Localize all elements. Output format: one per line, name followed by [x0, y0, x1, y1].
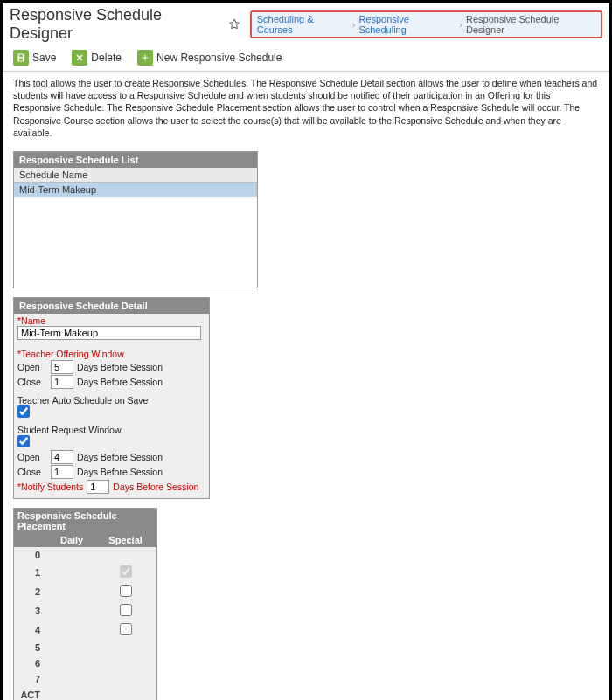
toolbar: Save Delete New Responsive Schedule — [3, 45, 609, 72]
placement-period-label: 6 — [14, 655, 49, 671]
placement-period-label: 0 — [14, 547, 49, 563]
placement-special-cell — [94, 547, 156, 563]
placement-special-cell — [94, 687, 156, 700]
placement-special-cell — [94, 582, 156, 601]
new-button[interactable]: New Responsive Schedule — [137, 50, 282, 66]
placement-special-cell — [94, 671, 156, 687]
close-label: Close — [17, 377, 47, 387]
schedule-list-header: Responsive Schedule List — [14, 152, 257, 168]
name-input[interactable] — [17, 326, 201, 340]
page-title: Responsive Schedule Designer — [10, 6, 222, 43]
schedule-list-panel: Responsive Schedule List Schedule Name M… — [13, 151, 258, 288]
placement-header: Responsive Schedule Placement — [14, 509, 156, 533]
student-open-input[interactable] — [51, 450, 73, 464]
placement-special-checkbox — [120, 565, 132, 578]
teacher-open-input[interactable] — [51, 360, 73, 374]
placement-col-special: Special — [94, 533, 156, 547]
placement-daily-cell — [49, 620, 94, 640]
placement-daily-cell — [49, 655, 94, 671]
placement-period-label: ACT — [14, 687, 49, 700]
schedule-detail-panel: Responsive Schedule Detail *Name *Teache… — [13, 297, 210, 499]
delete-icon — [72, 50, 87, 66]
chevron-right-icon: › — [352, 19, 356, 30]
breadcrumb-current: Responsive Schedule Designer — [466, 14, 595, 35]
teacher-auto-label: Teacher Auto Schedule on Save — [17, 395, 205, 405]
open-label: Open — [17, 452, 47, 462]
placement-period-label: 3 — [14, 601, 49, 620]
description-text: This tool allows the user to create Resp… — [3, 72, 609, 148]
placement-col-daily: Daily — [49, 533, 94, 547]
placement-special-cell — [94, 601, 156, 620]
placement-daily-cell — [49, 687, 94, 700]
placement-special-checkbox[interactable] — [120, 623, 132, 635]
placement-daily-cell — [49, 582, 94, 601]
notify-label: *Notify Students — [17, 482, 83, 492]
delete-button[interactable]: Delete — [72, 50, 122, 66]
placement-daily-cell — [49, 671, 94, 687]
breadcrumb-link-1[interactable]: Scheduling & Courses — [257, 14, 349, 35]
placement-special-checkbox[interactable] — [120, 585, 132, 597]
schedule-list-column: Schedule Name — [14, 168, 257, 183]
student-window-checkbox[interactable] — [17, 435, 30, 447]
placement-daily-cell — [49, 601, 94, 620]
placement-daily-cell — [49, 563, 94, 582]
days-before-label: Days Before Session — [77, 377, 163, 387]
favorite-star-icon[interactable] — [227, 17, 241, 31]
placement-daily-cell — [49, 640, 94, 655]
placement-daily-cell — [49, 547, 94, 563]
placement-period-label: 5 — [14, 640, 49, 655]
close-label: Close — [17, 467, 47, 477]
schedule-list-row[interactable]: Mid-Term Makeup — [14, 183, 257, 197]
placement-special-cell — [94, 640, 156, 655]
teacher-auto-checkbox[interactable] — [17, 405, 30, 418]
placement-special-checkbox[interactable] — [120, 604, 132, 616]
placement-panel: Responsive Schedule Placement Daily Spec… — [13, 508, 157, 700]
placement-special-cell — [94, 655, 156, 671]
plus-icon — [137, 50, 153, 66]
days-before-label: Days Before Session — [77, 452, 163, 462]
chevron-right-icon: › — [459, 19, 462, 30]
delete-label: Delete — [91, 52, 122, 64]
save-button[interactable]: Save — [13, 50, 56, 66]
name-label: *Name — [17, 315, 205, 326]
open-label: Open — [17, 362, 47, 372]
new-label: New Responsive Schedule — [156, 52, 282, 64]
teacher-close-input[interactable] — [51, 375, 73, 389]
placement-period-label: 1 — [14, 563, 49, 582]
student-window-label: Student Request Window — [17, 425, 205, 435]
teacher-window-label: *Teacher Offering Window — [17, 349, 205, 359]
placement-period-label: 4 — [14, 620, 49, 640]
save-label: Save — [32, 52, 56, 64]
breadcrumb: Scheduling & Courses › Responsive Schedu… — [250, 10, 602, 38]
save-icon — [13, 50, 29, 66]
placement-period-label: 2 — [14, 582, 49, 601]
placement-special-cell — [94, 563, 156, 582]
days-before-label: Days Before Session — [77, 467, 163, 477]
notify-suffix: Days Before Session — [113, 482, 198, 492]
breadcrumb-link-2[interactable]: Responsive Scheduling — [358, 14, 456, 35]
placement-period-label: 7 — [14, 671, 49, 687]
student-close-input[interactable] — [51, 465, 73, 479]
notify-input[interactable] — [87, 480, 109, 494]
placement-special-cell — [94, 620, 156, 640]
days-before-label: Days Before Session — [77, 362, 163, 372]
schedule-detail-header: Responsive Schedule Detail — [14, 298, 209, 314]
